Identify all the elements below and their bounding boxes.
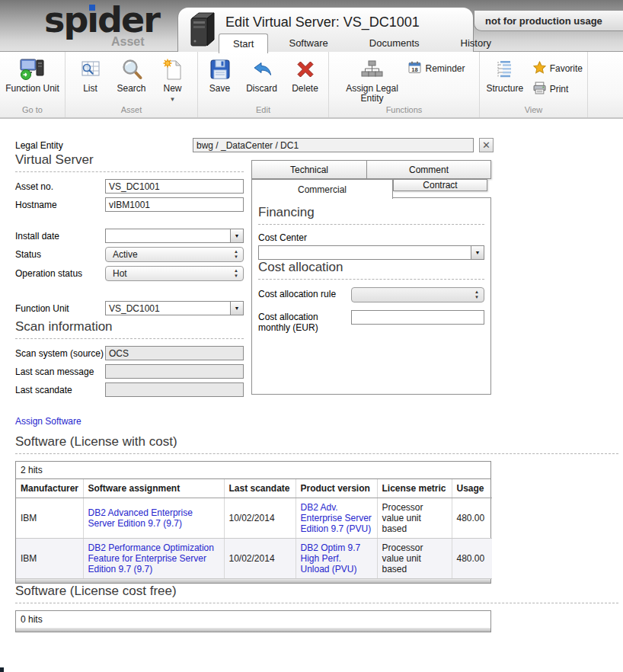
toolbar-group-view: Structure Favorite [480, 52, 588, 117]
hostname-label: Hostname [15, 200, 105, 210]
search-button[interactable]: Search [110, 54, 153, 94]
software-cost-free-table: 0 hits [15, 610, 491, 632]
install-date-combobox[interactable]: ▼ [105, 229, 244, 243]
status-select[interactable]: Active ▲▼ [105, 247, 244, 262]
tab-documents[interactable]: Documents [349, 34, 440, 53]
column-header[interactable]: License metric [377, 479, 452, 498]
license-metric-cell: Processor value unit based [377, 539, 452, 579]
product-version-link[interactable]: DB2 Adv. Enterprise Server Edition 9.7 (… [301, 502, 372, 534]
panel-tab-commercial[interactable]: Commercial [251, 179, 393, 199]
svg-text:18: 18 [412, 66, 418, 73]
toolbar-group-label: Functions [329, 104, 479, 117]
toolbar-group-asset: List Search [65, 52, 198, 117]
software-assignment-link[interactable]: DB2 Advanced Enterprise Server Edition 9… [88, 507, 193, 529]
panel-tab-contract[interactable]: Contract [393, 179, 487, 191]
favorite-button[interactable]: Favorite [533, 61, 583, 76]
usage-cell: 480.00 [452, 539, 492, 579]
column-header[interactable]: Manufacturer [16, 479, 83, 498]
list-icon [79, 56, 102, 82]
column-header[interactable]: Last scandate [224, 479, 296, 498]
toolbar-filler [588, 52, 623, 117]
page-title: Edit Virtual Server: VS_DC1001 [225, 14, 420, 30]
toolbar-group-label: Asset [65, 104, 197, 117]
assign-software-link[interactable]: Assign Software [15, 416, 81, 427]
print-button[interactable]: Print [533, 82, 583, 97]
delete-icon [294, 56, 317, 82]
panel-tab-technical[interactable]: Technical [251, 160, 367, 179]
hits-count: 2 hits [16, 462, 490, 479]
scan-system-label: Scan system (source) [15, 348, 105, 359]
column-header[interactable]: Usage [452, 479, 492, 498]
chevron-down-icon: ▼ [235, 306, 240, 311]
delete-button[interactable]: Delete [284, 54, 327, 94]
table-scrollbar-track [16, 579, 490, 583]
server-icon [186, 12, 219, 51]
function-unit-label: Function Unit [15, 303, 105, 314]
legal-entity-input[interactable]: bwg / _DataCenter / DC1 [193, 138, 474, 152]
tab-start[interactable]: Start [219, 34, 268, 53]
cost-center-combobox[interactable]: ▼ [258, 245, 484, 260]
last-scan-message-label: Last scan message [15, 366, 105, 377]
spider-logo: spıder [44, 2, 159, 38]
stepper-icon: ▲▼ [234, 249, 238, 260]
install-date-label: Install date [15, 231, 105, 242]
assign-legal-entity-button[interactable]: Assign Legal Entity [340, 54, 404, 104]
function-unit-button[interactable]: Function Unit [2, 54, 63, 94]
asset-no-label: Asset no. [15, 181, 105, 192]
screen-corner-artifact [0, 667, 4, 672]
install-date-dropdown-button[interactable]: ▼ [230, 229, 244, 243]
last-scandate-cell: 10/02/2014 [224, 498, 296, 539]
discard-icon [251, 56, 273, 82]
software-with-cost-table: 2 hits Manufacturer Software assignment … [15, 461, 491, 584]
panel-tab-comment[interactable]: Comment [366, 160, 491, 179]
cost-allocation-monthly-label: Cost allocation monthly (EUR) [258, 310, 351, 333]
toolbar-group-label: View [480, 104, 587, 117]
cost-allocation-rule-select[interactable]: ▲▼ [351, 287, 484, 302]
search-icon [120, 56, 143, 82]
last-scandate-input [105, 382, 244, 397]
software-assignment-link[interactable]: DB2 Performance Optimization Feature for… [88, 542, 214, 574]
last-scan-message-input [105, 364, 244, 379]
commercial-tab-content: Financing Cost Center ▼ Cost allocation … [251, 197, 491, 395]
detail-tab-panel: Technical Comment Commercial Contract Fi… [251, 160, 491, 395]
table-row: IBM DB2 Advanced Enterprise Server Editi… [16, 498, 492, 539]
cost-allocation-monthly-input[interactable] [351, 310, 484, 325]
structure-icon [495, 56, 515, 82]
function-unit-dropdown-button[interactable]: ▼ [230, 301, 244, 315]
logo-subtext: Asset [111, 35, 145, 49]
product-version-link[interactable]: DB2 Optim 9.7 High Perf. Unload (PVU) [301, 542, 361, 574]
asset-no-input[interactable]: VS_DC1001 [105, 179, 244, 194]
cost-allocation-heading: Cost allocation [258, 260, 484, 280]
table-row: IBM DB2 Performance Optimization Feature… [16, 539, 492, 579]
status-label: Status [15, 249, 105, 260]
hostname-input[interactable]: vIBM1001 [105, 197, 244, 212]
new-button[interactable]: New ▼ [153, 54, 193, 103]
clear-legal-entity-button[interactable]: ✕ [479, 138, 494, 152]
operation-status-select[interactable]: Hot ▲▼ [105, 266, 244, 281]
chevron-down-icon: ▼ [235, 233, 240, 238]
software-with-cost-heading: Software (License with cost) [15, 434, 618, 454]
main-content: Legal Entity bwg / _DataCenter / DC1 ✕ V… [0, 119, 623, 632]
cost-center-label: Cost Center [258, 232, 484, 243]
cost-center-dropdown-button[interactable]: ▼ [471, 245, 484, 260]
structure-button[interactable]: Structure [481, 54, 529, 94]
column-header[interactable]: Software assignment [83, 479, 224, 498]
save-button[interactable]: Save [200, 54, 240, 94]
virtual-server-heading: Virtual Server [15, 152, 244, 172]
function-unit-combobox[interactable]: VS_DC1001 ▼ [105, 301, 244, 315]
star-icon [533, 61, 546, 76]
financing-heading: Financing [258, 205, 484, 225]
column-header[interactable]: Product version [296, 479, 377, 498]
last-scandate-label: Last scandate [15, 385, 105, 395]
last-scandate-cell: 10/02/2014 [224, 539, 296, 579]
discard-button[interactable]: Discard [240, 54, 284, 94]
hits-count: 0 hits [16, 611, 490, 628]
close-icon: ✕ [482, 139, 490, 151]
tab-history[interactable]: History [440, 34, 512, 53]
toolbar-group-label: Go to [0, 104, 65, 117]
toolbar-group-functions: Assign Legal Entity 18 Reminder Fun [329, 52, 480, 117]
new-dropdown-caret-icon[interactable]: ▼ [170, 97, 176, 103]
tab-software[interactable]: Software [268, 34, 348, 53]
list-button[interactable]: List [71, 54, 110, 94]
reminder-button[interactable]: 18 Reminder [408, 61, 465, 76]
